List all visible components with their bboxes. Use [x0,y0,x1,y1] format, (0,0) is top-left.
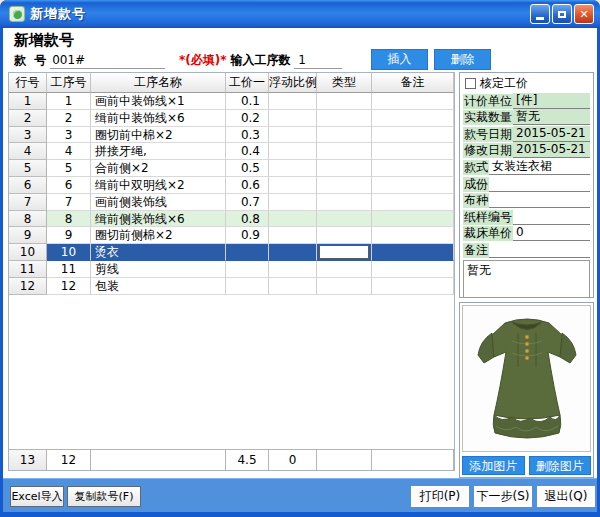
note-cell[interactable] [372,110,454,127]
price-cell[interactable]: 0.4 [226,143,269,160]
table-row[interactable]: 55合前侧×20.5 [9,160,454,177]
ratio-cell[interactable] [269,143,317,160]
row-number-cell[interactable]: 7 [9,194,47,211]
note-cell[interactable] [372,227,454,244]
row-number-cell[interactable]: 3 [9,127,47,144]
proc-no-cell[interactable]: 1 [47,93,91,110]
field-value-input[interactable]: 0 [513,225,590,241]
note-cell[interactable] [372,194,454,211]
type-cell[interactable] [317,278,372,295]
proc-name-cell[interactable]: 烫衣 [91,244,226,261]
field-value-input[interactable] [489,207,590,208]
table-row[interactable]: 1212包装 [9,278,454,295]
delete-process-button[interactable]: 删除工序 [434,49,491,70]
price-cell[interactable]: 0.8 [226,211,269,228]
row-number-cell[interactable]: 1 [9,93,47,110]
proc-no-cell[interactable]: 4 [47,143,91,160]
proc-name-cell[interactable]: 缉前侧装饰线×6 [91,211,226,228]
row-number-cell[interactable]: 11 [9,261,47,278]
proc-no-cell[interactable]: 9 [47,227,91,244]
row-number-cell[interactable]: 8 [9,211,47,228]
price-cell[interactable] [226,261,269,278]
proc-name-cell[interactable]: 缉前中双明线×2 [91,177,226,194]
column-header-note-cell[interactable]: 备注 [372,73,454,93]
type-cell[interactable] [317,127,372,144]
type-cell[interactable] [317,244,372,261]
next-step-button[interactable]: 下一步(S) [474,486,532,507]
price-cell[interactable] [226,278,269,295]
type-cell[interactable] [317,160,372,177]
ratio-cell[interactable] [269,194,317,211]
note-cell[interactable] [372,127,454,144]
type-cell[interactable] [317,227,372,244]
proc-no-cell[interactable]: 8 [47,211,91,228]
type-cell[interactable] [317,261,372,278]
ratio-cell[interactable] [269,177,317,194]
proc-no-cell[interactable]: 10 [47,244,91,261]
column-header-ratio-cell[interactable]: 浮动比例 [269,73,317,93]
ratio-cell[interactable] [269,160,317,177]
table-row[interactable]: 1111剪线 [9,261,454,278]
proc-name-cell[interactable]: 合前侧×2 [91,160,226,177]
column-header-proc-name-cell[interactable]: 工序名称 [91,73,226,93]
type-cell[interactable] [317,211,372,228]
proc-no-cell[interactable]: 12 [47,278,91,295]
price-cell[interactable]: 0.1 [226,93,269,110]
proc-name-cell[interactable]: 圈切前侧棉×2 [91,227,226,244]
field-value-input[interactable] [489,257,590,258]
row-number-cell[interactable]: 4 [9,143,47,160]
style-number-input[interactable]: 001# [50,53,165,69]
field-value-input[interactable] [489,191,590,192]
close-button[interactable]: ✕ [574,4,594,24]
price-cell[interactable]: 0.5 [226,160,269,177]
ratio-cell[interactable] [269,227,317,244]
note-cell[interactable] [372,143,454,160]
maximize-button[interactable] [552,4,572,24]
proc-name-cell[interactable]: 剪线 [91,261,226,278]
type-edit-input[interactable] [319,245,369,259]
title-bar[interactable]: 新增款号 ✕ [0,0,600,28]
insert-process-button[interactable]: 插入工序 [371,49,428,70]
remark-textarea[interactable]: 暂无 [463,260,590,298]
note-cell[interactable] [372,177,454,194]
type-cell[interactable] [317,93,372,110]
proc-name-cell[interactable]: 缉前中装饰线×6 [91,110,226,127]
row-number-cell[interactable]: 10 [9,244,47,261]
table-row[interactable]: 33圈切前中棉×20.3 [9,127,454,144]
table-row[interactable]: 22缉前中装饰线×60.2 [9,110,454,127]
ratio-cell[interactable] [269,110,317,127]
column-header-proc-no-cell[interactable]: 工序号 [47,73,91,93]
ratio-cell[interactable] [269,244,317,261]
table-row[interactable]: 11画前中装饰线×10.1 [9,93,454,110]
price-cell[interactable]: 0.9 [226,227,269,244]
proc-no-cell[interactable]: 2 [47,110,91,127]
price-cell[interactable]: 0.3 [226,127,269,144]
proc-name-cell[interactable]: 包装 [91,278,226,295]
row-number-cell[interactable]: 6 [9,177,47,194]
price-cell[interactable]: 0.7 [226,194,269,211]
note-cell[interactable] [372,244,454,261]
note-cell[interactable] [372,93,454,110]
exit-button[interactable]: 退出(Q) [537,486,595,507]
approve-price-checkbox[interactable] [465,78,476,89]
note-cell[interactable] [372,160,454,177]
copy-style-button[interactable]: 复制款号(F) [67,486,141,507]
table-row[interactable]: 77画前侧装饰线0.7 [9,194,454,211]
table-row[interactable]: 66缉前中双明线×20.6 [9,177,454,194]
row-number-cell[interactable]: 12 [9,278,47,295]
table-row[interactable]: 1010烫衣 [9,244,454,261]
row-number-cell[interactable]: 9 [9,227,47,244]
type-cell[interactable] [317,194,372,211]
column-header-price-cell[interactable]: 工价一 [226,73,269,93]
ratio-cell[interactable] [269,127,317,144]
excel-import-button[interactable]: Excel导入 [10,486,64,507]
print-button[interactable]: 打印(P) [411,486,469,507]
type-cell[interactable] [317,143,372,160]
type-cell[interactable] [317,177,372,194]
add-image-button[interactable]: 添加图片 [462,456,525,475]
table-row[interactable]: 88缉前侧装饰线×60.8 [9,211,454,228]
type-cell[interactable] [317,110,372,127]
proc-count-input[interactable]: 1 [294,53,342,69]
column-header-row-number-cell[interactable]: 行号 [9,73,47,93]
proc-no-cell[interactable]: 7 [47,194,91,211]
